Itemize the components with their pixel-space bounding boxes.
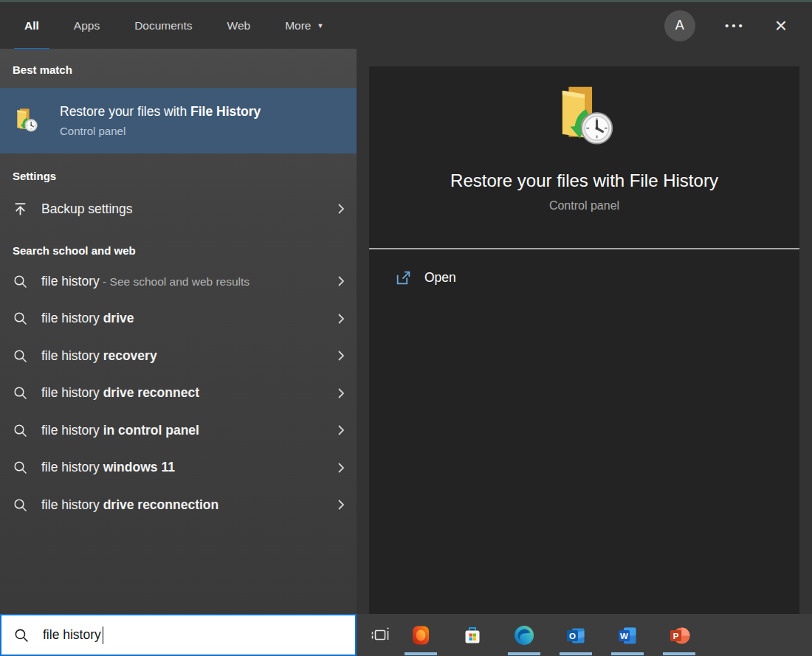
settings-item-backup[interactable]: Backup settings bbox=[0, 188, 357, 229]
taskbar-edge-button[interactable] bbox=[498, 614, 550, 656]
filter-tabs: All Apps Documents Web More ▼ bbox=[0, 2, 323, 49]
settings-header: Settings bbox=[0, 170, 357, 182]
running-indicator bbox=[508, 652, 540, 655]
task-view-icon bbox=[370, 626, 390, 645]
search-icon bbox=[13, 460, 29, 475]
best-match-title-bold: File History bbox=[190, 104, 261, 119]
preview-card: Restore your files with File History Con… bbox=[369, 66, 799, 614]
web-suggestion[interactable]: file history windows 11 bbox=[0, 449, 357, 487]
web-suggestion[interactable]: file history drive reconnect bbox=[0, 375, 357, 412]
taskbar-store-button[interactable] bbox=[447, 614, 498, 656]
search-icon bbox=[13, 385, 29, 401]
web-suggestion[interactable]: file history recovery bbox=[0, 337, 357, 375]
chevron-right-icon[interactable] bbox=[337, 313, 345, 325]
results-panel: Best match Restore your files with File … bbox=[0, 49, 357, 614]
chevron-right-icon[interactable] bbox=[337, 499, 345, 511]
close-icon[interactable]: × bbox=[775, 15, 787, 36]
search-icon bbox=[13, 311, 29, 326]
search-input[interactable]: file history bbox=[0, 614, 357, 656]
chevron-right-icon[interactable] bbox=[337, 424, 345, 436]
backup-arrow-icon bbox=[13, 201, 29, 217]
tab-web[interactable]: Web bbox=[227, 2, 251, 49]
preview-panel: Restore your files with File History Con… bbox=[357, 49, 812, 614]
web-suggestion[interactable]: file history drive reconnection bbox=[0, 486, 357, 524]
avatar-letter: A bbox=[675, 18, 684, 33]
file-history-icon bbox=[551, 83, 619, 151]
tab-more[interactable]: More ▼ bbox=[285, 2, 323, 49]
taskbar: O W P bbox=[357, 614, 812, 656]
search-icon bbox=[13, 348, 29, 364]
chevron-right-icon[interactable] bbox=[337, 387, 345, 399]
search-filter-bar: All Apps Documents Web More ▼ A ••• × bbox=[0, 0, 812, 49]
edge-icon bbox=[513, 624, 535, 646]
tab-all[interactable]: All bbox=[24, 2, 39, 49]
search-icon bbox=[13, 497, 29, 513]
taskbar-powerpoint-button[interactable]: P bbox=[653, 614, 705, 656]
search-icon bbox=[13, 423, 29, 438]
search-flyout: All Apps Documents Web More ▼ A ••• × bbox=[0, 0, 812, 656]
word-icon: W bbox=[616, 624, 639, 646]
settings-item-label: Backup settings bbox=[41, 201, 133, 217]
open-action[interactable]: Open bbox=[369, 249, 799, 286]
tab-apps[interactable]: Apps bbox=[74, 2, 100, 49]
running-indicator bbox=[611, 652, 644, 655]
avatar[interactable]: A bbox=[664, 10, 695, 41]
tab-documents[interactable]: Documents bbox=[134, 2, 192, 49]
web-suggestion[interactable]: file history - See school and web result… bbox=[0, 263, 357, 300]
tab-apps-label: Apps bbox=[74, 19, 100, 32]
running-indicator bbox=[560, 652, 592, 655]
web-suggestion[interactable]: file history drive bbox=[0, 300, 357, 338]
tab-all-label: All bbox=[24, 19, 39, 32]
chevron-right-icon[interactable] bbox=[337, 275, 345, 287]
best-match-header: Best match bbox=[0, 63, 357, 76]
topbar-controls: A ••• × bbox=[664, 2, 812, 49]
svg-text:O: O bbox=[569, 631, 576, 640]
office-icon bbox=[410, 624, 432, 646]
microsoft-store-icon bbox=[461, 624, 484, 646]
chevron-right-icon[interactable] bbox=[337, 203, 345, 215]
web-search-header: Search school and web bbox=[0, 244, 357, 257]
preview-subtitle: Control panel bbox=[369, 199, 799, 213]
taskbar-outlook-button[interactable]: O bbox=[550, 614, 602, 656]
preview-title: Restore your files with File History bbox=[369, 170, 799, 192]
more-options-icon[interactable]: ••• bbox=[725, 19, 746, 32]
preview-summary: Restore your files with File History Con… bbox=[369, 66, 799, 249]
outlook-icon: O bbox=[565, 624, 587, 646]
tab-web-label: Web bbox=[227, 19, 251, 32]
svg-text:W: W bbox=[620, 631, 628, 640]
text-caret bbox=[103, 626, 104, 644]
powerpoint-icon: P bbox=[668, 624, 690, 646]
open-external-icon bbox=[395, 269, 412, 286]
chevron-right-icon[interactable] bbox=[337, 462, 345, 474]
best-match-subtitle: Control panel bbox=[60, 125, 261, 137]
running-indicator bbox=[663, 652, 695, 655]
file-history-icon bbox=[13, 107, 40, 134]
svg-text:P: P bbox=[673, 631, 679, 640]
task-view-button[interactable] bbox=[365, 614, 395, 656]
tab-documents-label: Documents bbox=[134, 19, 192, 32]
best-match-title-prefix: Restore your files with bbox=[60, 104, 190, 119]
tab-more-label: More bbox=[285, 19, 311, 32]
search-icon bbox=[13, 274, 29, 289]
open-label: Open bbox=[424, 270, 456, 286]
best-match-result[interactable]: Restore your files with File History Con… bbox=[0, 88, 357, 153]
search-icon bbox=[13, 627, 30, 643]
search-query-text: file history bbox=[43, 627, 101, 643]
taskbar-office-button[interactable] bbox=[395, 614, 447, 656]
running-indicator bbox=[405, 652, 437, 655]
chevron-down-icon: ▼ bbox=[317, 22, 323, 30]
taskbar-word-button[interactable]: W bbox=[602, 614, 653, 656]
chevron-right-icon[interactable] bbox=[337, 350, 345, 362]
web-suggestion[interactable]: file history in control panel bbox=[0, 412, 357, 449]
best-match-text: Restore your files with File History Con… bbox=[60, 104, 261, 137]
